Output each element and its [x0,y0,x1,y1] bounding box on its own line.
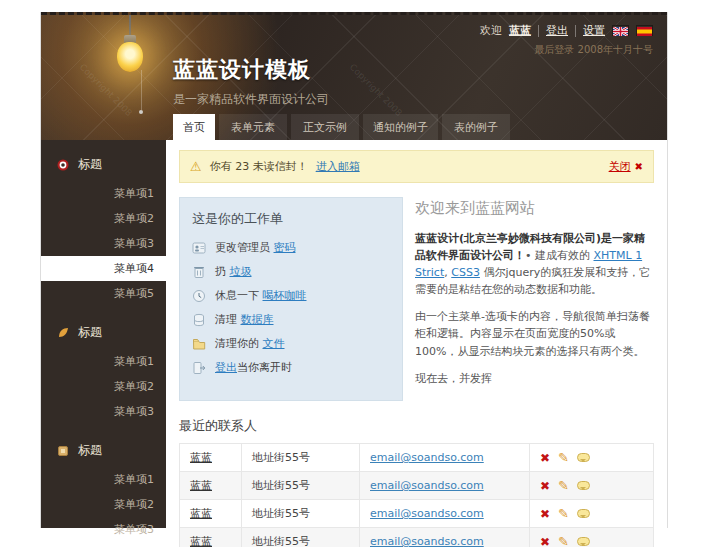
table-row: 蓝蓝 地址街55号 email@soandso.com ✖✎ [180,528,654,547]
recent-contacts-section: 最近的联系人 蓝蓝 地址街55号 email@soandso.com ✖✎ 蓝蓝… [179,417,654,547]
sidebar3-item-menu2[interactable]: 菜单项2 [41,492,166,517]
page-header: Copyright 2008 Copyright 2008 蓝蓝设计模板 是一家… [41,12,667,140]
bulb-cord-thin [141,70,142,110]
username-link[interactable]: 蓝蓝 [509,23,531,38]
database-icon [192,313,206,327]
files-link[interactable]: 文件 [263,337,285,350]
tab-notification-examples[interactable]: 通知的例子 [363,114,438,140]
main-content: ⚠ 你有 23 未读信封！ 进入邮箱 关闭 ✖ 这是你的工作单 更改管理员 密码 [166,140,667,528]
sidebar2-item-menu2[interactable]: 菜单项2 [41,374,166,399]
todo-text: 更改管理员 [215,241,270,254]
comment-icon[interactable] [577,509,590,518]
logout-link[interactable]: 登出 [546,23,568,38]
comment-icon[interactable] [577,453,590,462]
delete-icon[interactable]: ✖ [540,535,550,547]
brand-block: 蓝蓝设计模板 是一家精品软件界面设计公司 [173,55,329,108]
sidebar-item-menu5[interactable]: 菜单项5 [41,281,166,306]
todo-text: 当你离开时 [237,361,292,374]
welcome-paragraph-1: 蓝蓝设计(北京兰亭妙微科技有限公司)是一家精品软件界面设计公司！• 建成有效的 … [415,230,654,298]
edit-icon[interactable]: ✎ [558,450,569,465]
table-row: 蓝蓝 地址街55号 email@soandso.com ✖✎ [180,500,654,528]
site-title: 蓝蓝设计模板 [173,55,329,85]
welcome-section: 欢迎来到蓝蓝网站 蓝蓝设计(北京兰亭妙微科技有限公司)是一家精品软件界面设计公司… [415,197,654,401]
sidebar2-item-menu3[interactable]: 菜单项3 [41,399,166,424]
last-login-text: 最后登录 2008年十月十号 [534,43,653,57]
contact-name-link[interactable]: 蓝蓝 [190,507,212,520]
signout-link[interactable]: 登出 [215,361,237,374]
unread-mail-alert: ⚠ 你有 23 未读信封！ 进入邮箱 关闭 ✖ [179,150,654,183]
contact-address: 地址街55号 [242,472,360,500]
delete-icon[interactable]: ✖ [540,479,550,493]
todo-text: 扔 [215,265,226,278]
alert-close: 关闭 ✖ [609,159,643,174]
todo-item: 清理 数据库 [192,312,390,327]
uk-flag-icon[interactable] [612,25,629,36]
todo-item: 休息一下 喝杯咖啡 [192,288,390,303]
goto-mailbox-link[interactable]: 进入邮箱 [316,159,360,174]
edit-icon[interactable]: ✎ [558,506,569,521]
contact-name-link[interactable]: 蓝蓝 [190,479,212,492]
sidebar3-item-menu3[interactable]: 菜单项3 [41,517,166,542]
comment-icon[interactable] [577,537,590,546]
css3-link[interactable]: CSS3 [451,266,480,279]
spain-flag-icon[interactable] [636,25,653,36]
contact-address: 地址街55号 [242,528,360,547]
divider [575,25,576,37]
password-link[interactable]: 密码 [274,241,296,254]
site-subtitle: 是一家精品软件界面设计公司 [173,91,329,108]
todo-item: 更改管理员 密码 [192,240,390,255]
contact-email-link[interactable]: email@soandso.com [370,451,484,464]
database-link[interactable]: 数据库 [241,313,274,326]
leaf-icon [57,327,69,339]
sidebar-item-menu2[interactable]: 菜单项2 [41,206,166,231]
sidebar-item-menu1[interactable]: 菜单项1 [41,181,166,206]
delete-icon[interactable]: ✖ [540,451,550,465]
todo-text: 清理你的 [215,337,259,350]
contact-email-link[interactable]: email@soandso.com [370,507,484,520]
section-title-label: 标题 [78,324,102,341]
tab-home[interactable]: 首页 [173,114,215,140]
topbar: 欢迎 蓝蓝 登出 设置 [480,23,653,38]
sidebar2-item-menu1[interactable]: 菜单项1 [41,349,166,374]
sidebar: 标题 菜单项1 菜单项2 菜单项3 菜单项4 菜单项5 标题 菜单项1 菜单项2… [41,140,166,528]
comment-icon[interactable] [577,481,590,490]
trash-link[interactable]: 垃圾 [230,265,252,278]
alert-text: 你有 23 未读信封！ [210,159,308,174]
todo-item: 登出当你离开时 [192,360,390,375]
contact-address: 地址街55号 [242,444,360,472]
coffee-link[interactable]: 喝杯咖啡 [263,289,307,302]
settings-link[interactable]: 设置 [583,23,605,38]
contact-email-link[interactable]: email@soandso.com [370,479,484,492]
close-x-icon[interactable]: ✖ [635,161,643,172]
contact-name-link[interactable]: 蓝蓝 [190,451,212,464]
tab-text-example[interactable]: 正文示例 [291,114,359,140]
contact-email-link[interactable]: email@soandso.com [370,535,484,547]
clock-icon [192,289,206,303]
worklist-panel: 这是你的工作单 更改管理员 密码 扔 垃圾 休息一下 喝杯咖啡 [179,197,403,401]
worklist-title: 这是你的工作单 [192,210,390,228]
sidebar-section-3-title: 标题 [41,434,166,467]
tab-table-examples[interactable]: 表的例子 [442,114,510,140]
contacts-title: 最近的联系人 [179,417,654,435]
delete-icon[interactable]: ✖ [540,507,550,521]
sidebar-item-menu4-active[interactable]: 菜单项4 [41,256,166,281]
edit-icon[interactable]: ✎ [558,534,569,547]
sidebar-item-menu3[interactable]: 菜单项3 [41,231,166,256]
todo-item: 清理你的 文件 [192,336,390,351]
tab-form-elements[interactable]: 表单元素 [219,114,287,140]
sidebar-section-2-title: 标题 [41,316,166,349]
close-link[interactable]: 关闭 [609,159,631,174]
sidebar3-item-menu1[interactable]: 菜单项1 [41,467,166,492]
bulb-cord [129,15,131,37]
main-window: Copyright 2008 Copyright 2008 蓝蓝设计模板 是一家… [40,12,668,528]
welcome-paragraph-3: 现在去，并发挥 [415,370,654,387]
cord-dot [139,110,143,114]
box-icon [57,445,69,457]
welcome-label: 欢迎 [480,23,502,38]
tab-bar: 首页 表单元素 正文示例 通知的例子 表的例子 [173,114,510,140]
edit-icon[interactable]: ✎ [558,478,569,493]
section-title-label: 标题 [78,442,102,459]
lightbulb-icon [117,42,143,72]
contact-name-link[interactable]: 蓝蓝 [190,535,212,547]
warning-icon: ⚠ [190,159,202,174]
